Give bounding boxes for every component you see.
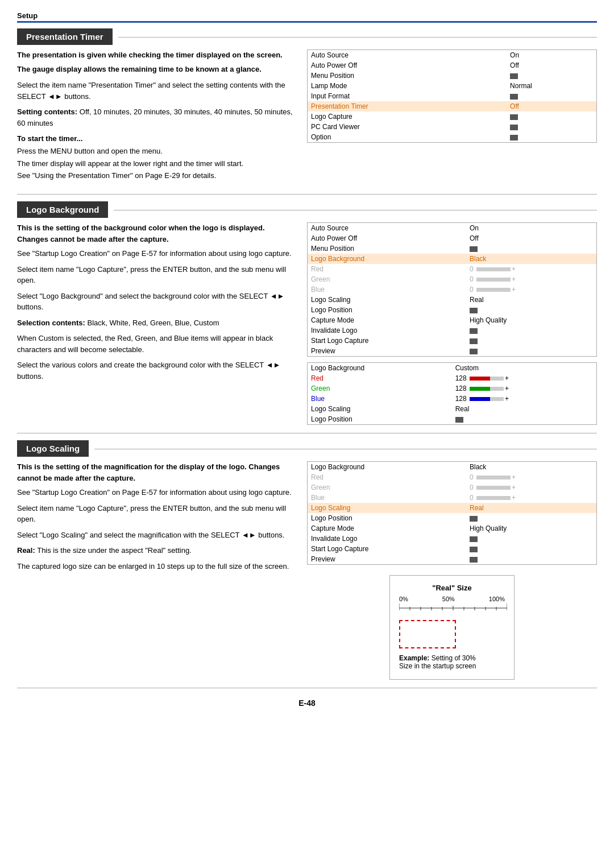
- ls-para4: Select "Logo Scaling" and select the mag…: [17, 530, 296, 541]
- menu-item-value: [466, 243, 597, 254]
- menu-item-label: Presentation Timer: [308, 101, 507, 111]
- presentation-timer-content: The presentation is given while checking…: [17, 49, 597, 186]
- menu-item-label: Invalidate Logo: [308, 325, 466, 336]
- logo-background-content: This is the setting of the background co…: [17, 222, 597, 425]
- table-row: Option: [308, 132, 597, 143]
- menu-item-label: Logo Background: [308, 461, 466, 472]
- divider-bottom: [17, 688, 597, 688]
- presentation-timer-left: The presentation is given while checking…: [17, 49, 296, 186]
- menu-item-label: Red: [308, 472, 466, 482]
- menu-icon: [510, 135, 518, 140]
- menu-item-label: Capture Mode: [308, 315, 466, 325]
- lb-menu-table-1: Auto Source On Auto Power Off Off Menu P…: [307, 222, 597, 357]
- ruler-label-100: 100%: [489, 596, 505, 602]
- table-row: Auto Source On: [308, 222, 597, 233]
- menu-item-label: Green: [308, 274, 466, 284]
- menu-item-value: Off: [466, 233, 597, 243]
- menu-item-label: Logo Position: [308, 305, 466, 315]
- table-row: Logo Background Custom: [308, 362, 597, 373]
- menu-item-label: Auto Source: [308, 50, 507, 61]
- menu-item-value: [466, 336, 597, 346]
- presentation-timer-right: Auto Source On Auto Power Off Off Menu P…: [307, 49, 597, 186]
- menu-item-value: [507, 132, 596, 143]
- menu-item-value: [466, 534, 597, 544]
- ruler-svg: [399, 604, 507, 613]
- example-label: Example:: [399, 654, 429, 662]
- real-size-diagram: "Real" Size 0% 50% 100%: [389, 575, 515, 680]
- divider-2: [17, 433, 597, 433]
- presentation-timer-header: Presentation Timer: [17, 28, 113, 45]
- table-row: Red 0 +: [308, 264, 597, 274]
- menu-item-label: Auto Power Off: [308, 233, 466, 243]
- logo-background-header: Logo Background: [17, 201, 108, 218]
- ls-menu-table: Logo Background Black Red 0 + Green 0 + …: [307, 461, 597, 565]
- menu-item-label: Logo Background: [308, 362, 452, 373]
- menu-item-value: [507, 71, 596, 81]
- menu-item-value: 0 +: [466, 472, 597, 482]
- table-row: Red 0 +: [308, 472, 597, 482]
- lb-para1: This is the setting of the background co…: [17, 222, 296, 245]
- table-row: Blue 0 +: [308, 493, 597, 503]
- table-row: Auto Source On: [308, 50, 597, 61]
- example-value: Setting of 30%: [432, 654, 476, 662]
- presentation-timer-title-row: Presentation Timer: [17, 28, 597, 45]
- table-row: Menu Position: [308, 71, 597, 81]
- table-row: Logo Background Black: [308, 461, 597, 472]
- lb-para6: Select the various colors and create the…: [17, 359, 296, 382]
- logo-scaling-title-row: Logo Scaling: [17, 440, 597, 457]
- menu-item-label: Preview: [308, 346, 466, 357]
- table-row-highlighted: Presentation Timer Off: [308, 101, 597, 111]
- menu-item-label: Menu Position: [308, 71, 507, 81]
- logo-scaling-header: Logo Scaling: [17, 440, 89, 457]
- pt-menu-table: Auto Source On Auto Power Off Off Menu P…: [307, 49, 597, 143]
- table-row: Red 128 +: [308, 373, 597, 383]
- slider-bar: [476, 288, 511, 292]
- menu-item-value: Off: [507, 101, 596, 111]
- menu-icon: [510, 73, 518, 79]
- page-wrapper: Setup Presentation Timer The presentatio…: [0, 0, 614, 730]
- ls-para6: The captured logo size can be enlarged i…: [17, 561, 296, 572]
- table-row: Menu Position: [308, 243, 597, 254]
- slider-bar: [476, 267, 511, 271]
- lb-para5: When Custom is selected, the Red, Green,…: [17, 333, 296, 355]
- menu-item-label: Logo Position: [308, 414, 452, 425]
- menu-item-label: Red: [308, 264, 466, 274]
- pt-para3: Select the item name "Presentation Timer…: [17, 80, 296, 102]
- logo-background-right: Auto Source On Auto Power Off Off Menu P…: [307, 222, 597, 425]
- menu-item-value: On: [466, 222, 597, 233]
- slider-bar: [476, 496, 511, 500]
- logo-background-title-row: Logo Background: [17, 201, 597, 218]
- pt-sub2: The timer display will appear at the low…: [17, 158, 296, 170]
- logo-background-title-line: [114, 210, 597, 210]
- menu-icon: [470, 536, 478, 542]
- menu-item-label: Option: [308, 132, 507, 143]
- table-row: PC Card Viewer: [308, 122, 597, 132]
- menu-item-value: Real: [452, 404, 597, 414]
- menu-item-label: Blue: [308, 394, 452, 404]
- table-row: Invalidate Logo: [308, 325, 597, 336]
- ls-para1: This is the setting of the magnification…: [17, 461, 296, 484]
- table-row: Logo Position: [308, 513, 597, 523]
- menu-item-label: Capture Mode: [308, 523, 466, 534]
- slider-bar-red: [470, 377, 504, 381]
- menu-item-value: 128 +: [452, 394, 597, 404]
- ls-real-text: This is the size under the aspect "Real"…: [37, 546, 192, 555]
- logo-scaling-content: This is the setting of the magnification…: [17, 461, 597, 680]
- table-row: Green 0 +: [308, 482, 597, 493]
- table-row: Logo Position: [308, 414, 597, 425]
- menu-item-value: 0 +: [466, 274, 597, 284]
- ruler-area: 0% 50% 100%: [399, 596, 505, 614]
- menu-icon: [470, 328, 478, 334]
- menu-item-value: [507, 122, 596, 132]
- menu-item-label: Start Logo Capture: [308, 544, 466, 554]
- menu-item-label: Logo Position: [308, 513, 466, 523]
- real-size-title: "Real" Size: [399, 584, 505, 592]
- menu-item-label: Menu Position: [308, 243, 466, 254]
- table-row: Lamp Mode Normal: [308, 81, 597, 91]
- ruler-label-50: 50%: [442, 596, 455, 602]
- menu-item-value: 128 +: [452, 373, 597, 383]
- table-row: Capture Mode High Quality: [308, 523, 597, 534]
- table-row: Start Logo Capture: [308, 336, 597, 346]
- menu-item-value: [466, 305, 597, 315]
- menu-item-label: Green: [308, 383, 452, 394]
